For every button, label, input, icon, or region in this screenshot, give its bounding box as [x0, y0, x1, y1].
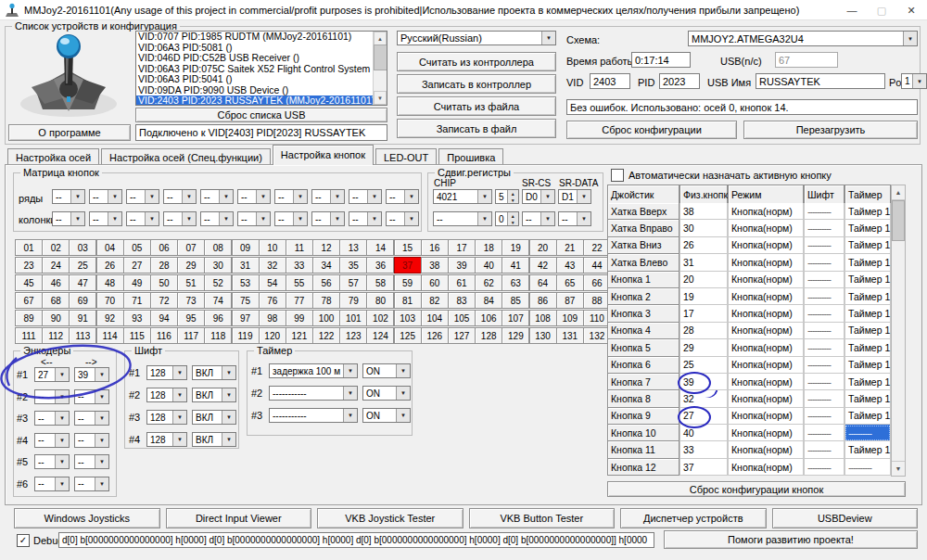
- grid-button-86[interactable]: 86: [529, 292, 557, 309]
- chevron-down-icon[interactable]: ▼: [293, 190, 307, 203]
- grid-button-74[interactable]: 74: [204, 292, 232, 309]
- sr-data-dropdown[interactable]: D1▼: [558, 189, 591, 204]
- maximize-icon[interactable]: ▢: [866, 0, 897, 20]
- chevron-down-icon[interactable]: ▼: [182, 190, 196, 203]
- chevron-down-icon[interactable]: ▼: [477, 190, 491, 203]
- scroll-down-icon[interactable]: ▼: [374, 91, 387, 105]
- shift-state-dropdown[interactable]: ВКЛ▼: [192, 432, 236, 447]
- grid-button-119[interactable]: 119: [232, 327, 260, 344]
- grid-button-41[interactable]: 41: [502, 257, 529, 274]
- grid-button-53[interactable]: 53: [232, 274, 260, 291]
- chevron-down-icon[interactable]: ▼: [396, 409, 410, 422]
- table-cell-phys-button[interactable]: 30: [679, 220, 728, 236]
- grid-button-77[interactable]: 77: [286, 292, 313, 309]
- grid-button-26[interactable]: 26: [96, 257, 124, 274]
- grid-button-76[interactable]: 76: [259, 292, 286, 309]
- table-cell-joystick[interactable]: Хатка Вниз: [607, 237, 679, 254]
- grid-button-90[interactable]: 90: [42, 310, 70, 326]
- grid-button-126[interactable]: 126: [421, 327, 449, 344]
- grid-button-38[interactable]: 38: [421, 257, 449, 274]
- scroll-down-icon[interactable]: ▼: [892, 461, 905, 476]
- about-button[interactable]: О программе: [8, 124, 131, 141]
- chevron-down-icon[interactable]: ▼: [219, 212, 233, 225]
- grid-button-79[interactable]: 79: [339, 292, 367, 309]
- chevron-down-icon[interactable]: ▼: [293, 212, 307, 225]
- timer-state-dropdown[interactable]: ON▼: [362, 408, 411, 423]
- grid-button-35[interactable]: 35: [339, 257, 367, 274]
- grid-button-78[interactable]: 78: [312, 292, 340, 309]
- grid-button-51[interactable]: 51: [177, 274, 205, 291]
- matrix-dropdown[interactable]: --▼: [386, 189, 419, 204]
- grid-button-56[interactable]: 56: [312, 274, 340, 291]
- matrix-dropdown[interactable]: --▼: [237, 189, 271, 204]
- table-cell-shift[interactable]: ----------: [804, 357, 844, 374]
- device-list[interactable]: VID:0707 PID:1985 RUDTM (MMJoy2-20161101…: [135, 31, 387, 106]
- external-tool-button[interactable]: VKB Button Tester: [469, 508, 616, 528]
- matrix-dropdown[interactable]: --▼: [52, 189, 85, 204]
- grid-button-20[interactable]: 20: [529, 239, 557, 256]
- table-cell-phys-button[interactable]: 25: [679, 357, 728, 374]
- matrix-dropdown[interactable]: --▼: [89, 211, 122, 226]
- grid-button-91[interactable]: 91: [69, 310, 96, 326]
- grid-button-47[interactable]: 47: [69, 274, 96, 291]
- grid-button-60[interactable]: 60: [421, 274, 449, 291]
- table-cell-joystick[interactable]: Кнопка 7: [607, 374, 679, 390]
- chevron-down-icon[interactable]: ▼: [540, 190, 554, 203]
- chevron-down-icon[interactable]: ▼: [95, 434, 108, 447]
- device-list-scrollbar[interactable]: ▲ ▼: [373, 32, 387, 105]
- table-cell-shift[interactable]: ----------: [804, 441, 844, 458]
- chevron-down-icon[interactable]: ▼: [55, 390, 69, 403]
- chevron-down-icon[interactable]: ▼: [396, 387, 410, 400]
- table-cell-timer[interactable]: Таймер 1: [844, 374, 891, 390]
- chevron-down-icon[interactable]: ▼: [70, 190, 84, 203]
- grid-button-95[interactable]: 95: [177, 310, 205, 326]
- debug-checkbox[interactable]: ✓: [17, 534, 30, 547]
- uptime-field[interactable]: 0:17:14: [631, 52, 691, 68]
- grid-button-129[interactable]: 129: [502, 327, 529, 344]
- table-cell-mode[interactable]: Кнопка(норм): [728, 339, 804, 356]
- reset-buttons-config-button[interactable]: Сброс конфигурации кнопок: [607, 481, 906, 497]
- grid-button-07[interactable]: 07: [177, 239, 205, 256]
- table-cell-phys-button[interactable]: 19: [679, 288, 728, 305]
- table-cell-shift[interactable]: ----------: [804, 254, 844, 271]
- grid-button-28[interactable]: 28: [150, 257, 178, 274]
- chevron-down-icon[interactable]: ▼: [577, 190, 590, 203]
- grid-button-57[interactable]: 57: [339, 274, 367, 291]
- table-header-cell[interactable]: Режим: [728, 185, 804, 205]
- matrix-dropdown[interactable]: --▼: [52, 211, 85, 226]
- chevron-down-icon[interactable]: ▼: [95, 477, 108, 490]
- grid-button-05[interactable]: 05: [123, 239, 151, 256]
- write-to-controller-button[interactable]: Записать в контроллер: [397, 74, 556, 94]
- table-cell-timer[interactable]: ----------: [844, 459, 891, 476]
- grid-button-115[interactable]: 115: [123, 327, 151, 344]
- table-cell-mode[interactable]: Кнопка(норм): [728, 374, 804, 390]
- chevron-down-icon[interactable]: ▼: [172, 388, 186, 401]
- grid-button-11[interactable]: 11: [286, 239, 313, 256]
- grid-button-100[interactable]: 100: [312, 310, 340, 326]
- matrix-dropdown[interactable]: --▼: [274, 211, 308, 226]
- grid-button-01[interactable]: 01: [15, 239, 43, 256]
- grid-button-116[interactable]: 116: [150, 327, 178, 344]
- encoder-left-dropdown[interactable]: --▼: [34, 389, 70, 404]
- table-cell-phys-button[interactable]: 20: [679, 272, 728, 288]
- table-cell-shift[interactable]: ----------: [804, 425, 844, 441]
- table-cell-shift[interactable]: ----------: [804, 374, 844, 390]
- table-cell-mode[interactable]: Кнопка(норм): [728, 220, 804, 236]
- grid-button-84[interactable]: 84: [475, 292, 502, 309]
- grid-button-46[interactable]: 46: [42, 274, 70, 291]
- table-cell-timer[interactable]: Таймер 1: [844, 203, 891, 220]
- table-cell-joystick[interactable]: Кнопка 3: [607, 305, 679, 322]
- grid-button-49[interactable]: 49: [123, 274, 151, 291]
- encoder-right-dropdown[interactable]: --▼: [74, 433, 109, 448]
- matrix-dropdown[interactable]: --▼: [349, 211, 382, 226]
- scheme-dropdown[interactable]: MMJOY2.ATMEGA32U4 ▼: [688, 31, 918, 46]
- chevron-down-icon[interactable]: ▼: [108, 190, 121, 203]
- chevron-down-icon[interactable]: ▼: [95, 455, 108, 468]
- matrix-dropdown[interactable]: --▼: [349, 189, 382, 204]
- usb-name-field[interactable]: RUSSAYTEK: [756, 73, 885, 89]
- matrix-dropdown[interactable]: --▼: [89, 189, 122, 204]
- encoder-right-dropdown[interactable]: --▼: [74, 389, 109, 404]
- grid-button-128[interactable]: 128: [475, 327, 502, 344]
- chevron-down-icon[interactable]: ▼: [55, 477, 69, 490]
- grid-button-42[interactable]: 42: [529, 257, 557, 274]
